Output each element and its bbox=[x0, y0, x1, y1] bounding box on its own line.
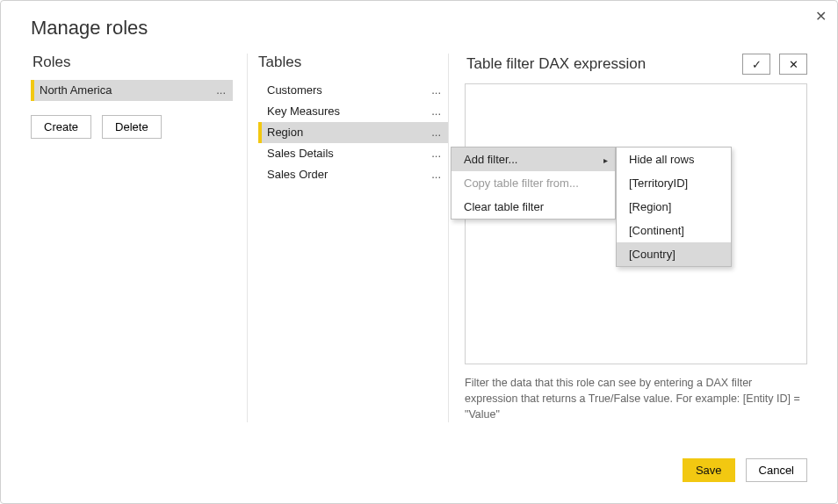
dialog-footer: Save Cancel bbox=[683, 458, 807, 482]
ellipsis-icon[interactable]: ... bbox=[431, 122, 441, 143]
table-item[interactable]: Sales Order ... bbox=[258, 164, 448, 185]
menu-item-label: Add filter... bbox=[464, 153, 517, 166]
table-item[interactable]: Key Measures ... bbox=[258, 101, 448, 122]
menu-item-add-filter[interactable]: Add filter... ▸ bbox=[452, 148, 615, 171]
table-item[interactable]: Customers ... bbox=[258, 80, 448, 101]
cross-icon: ✕ bbox=[789, 58, 798, 71]
table-item-label: Key Measures bbox=[267, 104, 340, 118]
menu-item-label: Copy table filter from... bbox=[464, 176, 579, 190]
ellipsis-icon[interactable]: ... bbox=[431, 101, 441, 122]
roles-header: Roles bbox=[31, 54, 233, 71]
tables-header: Tables bbox=[248, 54, 448, 71]
role-item-label: North America bbox=[40, 83, 112, 97]
table-context-menu: Add filter... ▸ Copy table filter from..… bbox=[451, 147, 616, 220]
selection-accent bbox=[31, 80, 34, 101]
submenu-item-column[interactable]: [TerritoryID] bbox=[617, 171, 731, 195]
ellipsis-icon[interactable]: ... bbox=[431, 164, 441, 185]
dialog-title: Manage roles bbox=[1, 1, 837, 54]
menu-item-label: [TerritoryID] bbox=[629, 176, 688, 190]
delete-role-button[interactable]: Delete bbox=[102, 115, 162, 139]
ellipsis-icon[interactable]: ... bbox=[216, 80, 226, 101]
manage-roles-dialog: ✕ Manage roles Roles North America ... C… bbox=[0, 0, 838, 504]
check-icon: ✓ bbox=[752, 58, 762, 71]
ellipsis-icon[interactable]: ... bbox=[431, 143, 441, 164]
table-item[interactable]: Sales Details ... bbox=[258, 143, 448, 164]
menu-item-label: [Country] bbox=[629, 248, 675, 261]
tables-panel: Tables Customers ... Key Measures ... Re… bbox=[247, 54, 449, 422]
selection-accent bbox=[258, 122, 262, 143]
table-item-label: Region bbox=[267, 126, 303, 139]
menu-item-copy-filter: Copy table filter from... bbox=[452, 171, 615, 195]
table-item-label: Sales Details bbox=[267, 147, 334, 160]
table-item-label: Customers bbox=[267, 83, 322, 97]
submenu-item-hide-all[interactable]: Hide all rows bbox=[617, 148, 731, 171]
role-item[interactable]: North America ... bbox=[31, 80, 233, 101]
submenu-item-column[interactable]: [Continent] bbox=[617, 219, 731, 242]
chevron-right-icon: ▸ bbox=[603, 155, 608, 164]
menu-item-label: [Region] bbox=[629, 200, 671, 213]
roles-panel: Roles North America ... Create Delete bbox=[31, 54, 233, 422]
add-filter-submenu: Hide all rows [TerritoryID] [Region] [Co… bbox=[616, 147, 732, 267]
submenu-item-column[interactable]: [Region] bbox=[617, 195, 731, 219]
cancel-expression-button[interactable]: ✕ bbox=[779, 54, 807, 75]
table-item[interactable]: Region ... bbox=[258, 122, 448, 143]
accept-expression-button[interactable]: ✓ bbox=[742, 54, 770, 75]
menu-item-label: Clear table filter bbox=[464, 200, 544, 213]
roles-list: North America ... bbox=[31, 80, 233, 101]
menu-item-label: [Continent] bbox=[629, 224, 684, 237]
dax-hint: Filter the data that this role can see b… bbox=[465, 375, 807, 422]
table-item-label: Sales Order bbox=[267, 168, 328, 181]
close-icon[interactable]: ✕ bbox=[815, 8, 827, 25]
ellipsis-icon[interactable]: ... bbox=[431, 80, 441, 101]
create-role-button[interactable]: Create bbox=[31, 115, 91, 139]
submenu-item-column[interactable]: [Country] bbox=[617, 242, 731, 266]
cancel-button[interactable]: Cancel bbox=[746, 458, 807, 482]
tables-list: Customers ... Key Measures ... Region ..… bbox=[248, 80, 448, 185]
save-button[interactable]: Save bbox=[683, 458, 735, 482]
dax-header: Table filter DAX expression bbox=[465, 55, 646, 73]
menu-item-label: Hide all rows bbox=[629, 153, 694, 166]
menu-item-clear-filter[interactable]: Clear table filter bbox=[452, 195, 615, 219]
